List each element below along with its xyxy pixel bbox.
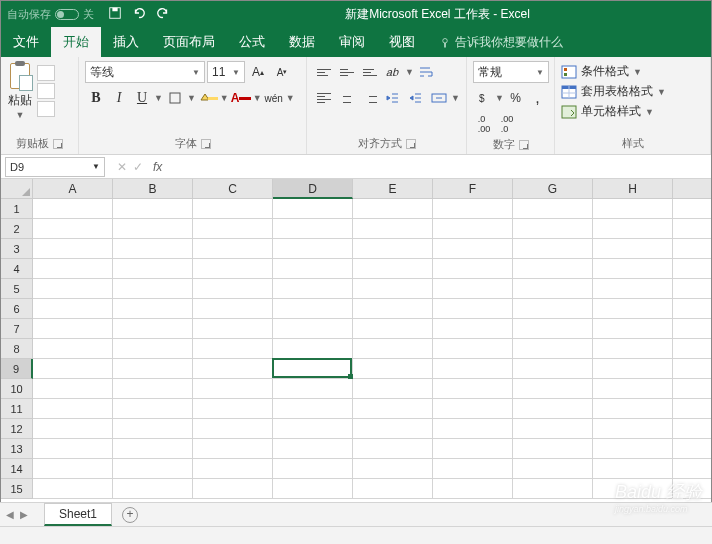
cell[interactable]	[513, 359, 593, 379]
cell[interactable]	[593, 379, 673, 399]
cell[interactable]	[673, 459, 711, 479]
cell[interactable]	[353, 239, 433, 259]
cell[interactable]	[113, 299, 193, 319]
cell[interactable]	[113, 239, 193, 259]
cell[interactable]	[33, 319, 113, 339]
row-header[interactable]: 11	[1, 399, 33, 419]
cell[interactable]	[273, 459, 353, 479]
cell[interactable]	[353, 479, 433, 499]
cancel-icon[interactable]: ✕	[117, 160, 127, 174]
cell[interactable]	[193, 419, 273, 439]
cell[interactable]	[433, 459, 513, 479]
cell[interactable]	[593, 339, 673, 359]
cell[interactable]	[353, 299, 433, 319]
phonetic-button[interactable]: wén	[263, 87, 285, 109]
cell[interactable]	[433, 219, 513, 239]
align-top-icon[interactable]	[313, 61, 335, 83]
wrap-text-icon[interactable]	[415, 61, 437, 83]
cell[interactable]	[193, 459, 273, 479]
cell[interactable]	[593, 279, 673, 299]
cell[interactable]	[593, 479, 673, 499]
cell[interactable]	[353, 439, 433, 459]
cell[interactable]	[273, 299, 353, 319]
cell[interactable]	[433, 359, 513, 379]
align-bottom-icon[interactable]	[359, 61, 381, 83]
cell[interactable]	[113, 439, 193, 459]
bold-button[interactable]: B	[85, 87, 107, 109]
cell[interactable]	[33, 299, 113, 319]
comma-icon[interactable]: ,	[527, 87, 548, 109]
worksheet-grid[interactable]: ABCDEFGH 123456789101112131415	[1, 179, 711, 519]
cell[interactable]	[33, 259, 113, 279]
cell[interactable]	[433, 339, 513, 359]
redo-icon[interactable]	[156, 6, 170, 23]
cell[interactable]	[273, 199, 353, 219]
cell[interactable]	[433, 379, 513, 399]
cell[interactable]	[33, 199, 113, 219]
increase-decimal-icon[interactable]: .0.00	[473, 113, 495, 135]
cell[interactable]	[193, 479, 273, 499]
row-header[interactable]: 3	[1, 239, 33, 259]
cell[interactable]	[273, 259, 353, 279]
cell[interactable]	[193, 359, 273, 379]
cell[interactable]	[273, 379, 353, 399]
cell[interactable]	[673, 299, 711, 319]
cell[interactable]	[513, 299, 593, 319]
row-header[interactable]: 15	[1, 479, 33, 499]
cell[interactable]	[33, 379, 113, 399]
font-color-button[interactable]: A	[230, 87, 252, 109]
tab-视图[interactable]: 视图	[377, 27, 427, 57]
cell[interactable]	[113, 219, 193, 239]
cell[interactable]	[353, 279, 433, 299]
cell[interactable]	[193, 439, 273, 459]
add-sheet-button[interactable]: +	[122, 507, 138, 523]
cell[interactable]	[513, 259, 593, 279]
cell[interactable]	[673, 439, 711, 459]
cell[interactable]	[193, 199, 273, 219]
cell[interactable]	[513, 419, 593, 439]
col-header[interactable]: B	[113, 179, 193, 199]
cell[interactable]	[353, 419, 433, 439]
row-header[interactable]: 8	[1, 339, 33, 359]
copy-icon[interactable]	[37, 83, 55, 99]
cell[interactable]	[433, 199, 513, 219]
cell[interactable]	[33, 239, 113, 259]
font-name-combo[interactable]: 等线▼	[85, 61, 205, 83]
cell[interactable]	[673, 199, 711, 219]
cell[interactable]	[353, 259, 433, 279]
cell[interactable]	[673, 259, 711, 279]
cell[interactable]	[353, 219, 433, 239]
cell[interactable]	[353, 319, 433, 339]
tab-数据[interactable]: 数据	[277, 27, 327, 57]
select-all-corner[interactable]	[1, 179, 33, 199]
conditional-format-button[interactable]: 条件格式 ▼	[561, 63, 704, 80]
cell[interactable]	[593, 259, 673, 279]
row-header[interactable]: 10	[1, 379, 33, 399]
tell-me[interactable]: 告诉我你想要做什么	[439, 34, 563, 57]
cell[interactable]	[353, 359, 433, 379]
cell[interactable]	[593, 359, 673, 379]
cell[interactable]	[673, 479, 711, 499]
cell[interactable]	[193, 239, 273, 259]
cell[interactable]	[513, 459, 593, 479]
tab-插入[interactable]: 插入	[101, 27, 151, 57]
row-header[interactable]: 9	[1, 359, 33, 379]
dialog-launcher-icon[interactable]	[53, 139, 63, 149]
name-box[interactable]: D9▼	[5, 157, 105, 177]
align-left-icon[interactable]	[313, 87, 335, 109]
cell[interactable]	[673, 339, 711, 359]
cell[interactable]	[193, 379, 273, 399]
cut-icon[interactable]	[37, 65, 55, 81]
cell[interactable]	[353, 459, 433, 479]
cell[interactable]	[33, 339, 113, 359]
cell[interactable]	[673, 279, 711, 299]
fx-icon[interactable]: fx	[153, 160, 162, 174]
cell[interactable]	[513, 339, 593, 359]
border-button[interactable]	[164, 87, 186, 109]
cell[interactable]	[193, 319, 273, 339]
cell[interactable]	[273, 479, 353, 499]
align-right-icon[interactable]	[359, 87, 381, 109]
cell[interactable]	[593, 459, 673, 479]
col-header[interactable]: E	[353, 179, 433, 199]
cell[interactable]	[193, 299, 273, 319]
